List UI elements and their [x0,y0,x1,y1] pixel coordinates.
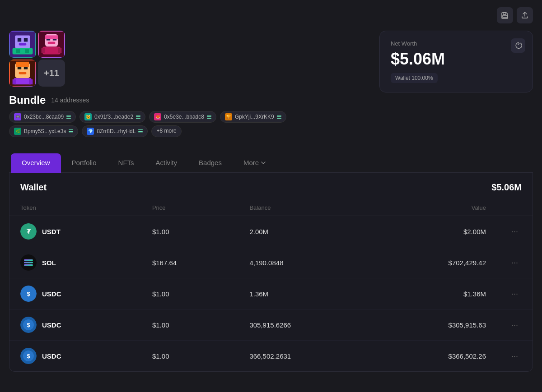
token-name-usdt: USDT [42,228,61,235]
chevron-down-icon [261,160,266,166]
tab-badges[interactable]: Badges [188,153,233,173]
svg-rect-5 [24,38,28,42]
token-actions-usdc3: ··· [497,341,533,372]
chip-lines-2 [136,115,140,119]
usdt-logo: ₮ [20,223,37,240]
bundle-header: Bundle 14 addresses 🎮 0x23bc...8caa09 🐱 … [9,94,379,137]
tab-activity[interactable]: Activity [145,153,188,173]
table-header: Token Price Balance Value [9,200,533,216]
address-chips: 🎮 0x23bc...8caa09 🐱 0x91f3...beade2 🦊 0x… [9,111,379,123]
svg-text:$: $ [27,353,30,360]
svg-rect-15 [42,47,60,55]
tab-nfts[interactable]: NFTs [107,153,145,173]
token-menu-usdc1[interactable]: ··· [508,287,522,300]
svg-text:$: $ [27,291,30,297]
avatar-plus: +11 [38,60,65,87]
tab-portfolio[interactable]: Portfolio [61,153,107,173]
token-balance-usdc2: 305,915.6266 [238,309,372,341]
chip-label-6: 8Zrr8D...rhyHdL [97,128,136,134]
table-row: ₮ USDT $1.00 2.00M $2.00M ··· [9,216,533,247]
avatar-2 [38,31,65,58]
address-chip-2[interactable]: 🐱 0x91f3...beade2 [79,111,145,123]
svg-rect-8 [16,49,20,53]
avatar-grid: +11 [9,31,65,87]
token-identity-usdc3: $ USDC [20,348,131,364]
chip-icon-3: 🦊 [154,113,161,120]
svg-rect-27 [16,62,29,67]
tab-more[interactable]: More [233,153,277,173]
tab-overview[interactable]: Overview [11,153,61,173]
address-chip-5[interactable]: 🌿 Bpmy5S...yxLe3s [9,125,78,137]
token-value-sol: $702,429.42 [372,247,497,278]
nav-tabs: Overview Portfolio NFTs Activity Badges … [9,153,533,173]
token-cell-usdt: ₮ USDT [9,216,141,247]
refresh-button[interactable] [511,38,525,53]
tab-nfts-label: NFTs [118,159,134,166]
svg-rect-7 [13,48,33,54]
svg-rect-9 [25,49,29,53]
token-menu-usdc3[interactable]: ··· [508,350,522,363]
usdc1-logo: $ [20,286,37,302]
token-actions-usdc1: ··· [497,278,533,309]
svg-rect-4 [18,38,21,42]
svg-rect-0 [503,13,506,14]
svg-rect-3 [15,35,30,48]
content-section: Wallet $5.06M Token Price Balance Value [9,173,533,372]
upper-section: +11 Bundle 14 addresses 🎮 0x23bc...8caa0… [9,31,533,144]
chip-lines-3 [207,115,211,119]
token-menu-usdt[interactable]: ··· [508,225,522,238]
token-menu-sol[interactable]: ··· [508,256,522,269]
token-balance-usdc3: 366,502.2631 [238,341,372,372]
col-token: Token [9,200,141,216]
svg-rect-16 [45,35,58,39]
chip-icon-4: 🏆 [225,113,232,120]
svg-rect-6 [19,43,27,46]
token-price-sol: $167.64 [141,247,238,278]
address-chip-3[interactable]: 🦊 0x5e3e...bbadc8 [149,111,216,123]
address-chip-6[interactable]: 💎 8Zrr8D...rhyHdL [82,125,148,137]
usdc3-logo: $ [20,348,37,364]
table-row: $ USDC $1.00 366,502.2631 $366,502.26 ··… [9,341,533,372]
more-addresses-chip[interactable]: +8 more [151,125,181,137]
token-value-usdc1: $1.36M [372,278,497,309]
address-chip-1[interactable]: 🎮 0x23bc...8caa09 [9,111,76,123]
svg-rect-26 [29,79,33,84]
svg-rect-24 [14,78,31,84]
save-button[interactable] [497,7,513,23]
col-balance: Balance [238,200,372,216]
svg-rect-14 [48,42,56,44]
top-actions [9,7,533,23]
token-value-usdt: $2.00M [372,216,497,247]
token-price-usdc1: $1.00 [141,278,238,309]
token-actions-usdt: ··· [497,216,533,247]
token-identity-sol: SOL [20,254,131,271]
address-count: 14 addresses [51,97,89,104]
usdc2-logo: $ [20,317,37,333]
avatar-section: +11 [9,31,379,87]
token-cell-usdc1: $ USDC [9,278,141,309]
token-cell-usdc2: $ USDC [9,309,141,341]
svg-rect-1 [503,15,507,18]
chip-label-5: Bpmy5S...yxLe3s [24,128,66,134]
chip-icon-6: 💎 [87,128,94,135]
bundle-title-row: Bundle 14 addresses [9,94,379,106]
table-row: SOL $167.64 4,190.0848 $702,429.42 ··· [9,247,533,278]
chip-lines-6 [138,129,143,134]
svg-rect-25 [13,79,16,84]
chip-lines-4 [277,115,281,119]
token-name-sol: SOL [42,259,56,267]
chip-label-2: 0x91f3...beade2 [94,114,133,120]
token-cell-sol: SOL [9,247,141,278]
table-row: $ USDC $1.00 1.36M $1.36M ··· [9,278,533,309]
chip-label-1: 0x23bc...8caa09 [24,114,64,120]
net-worth-value: $5.06M [391,50,522,69]
tab-activity-label: Activity [156,159,178,166]
wallet-badge: Wallet 100.00% [391,73,438,83]
token-table-body: ₮ USDT $1.00 2.00M $2.00M ··· [9,216,533,372]
address-chip-4[interactable]: 🏆 GpkYji...9XrKK9 [220,111,286,123]
net-worth-box: Net Worth $5.06M Wallet 100.00% [379,31,533,92]
share-button[interactable] [517,7,533,23]
token-menu-usdc2[interactable]: ··· [508,318,522,332]
tab-more-label: More [243,159,259,166]
chip-icon-5: 🌿 [14,128,21,135]
